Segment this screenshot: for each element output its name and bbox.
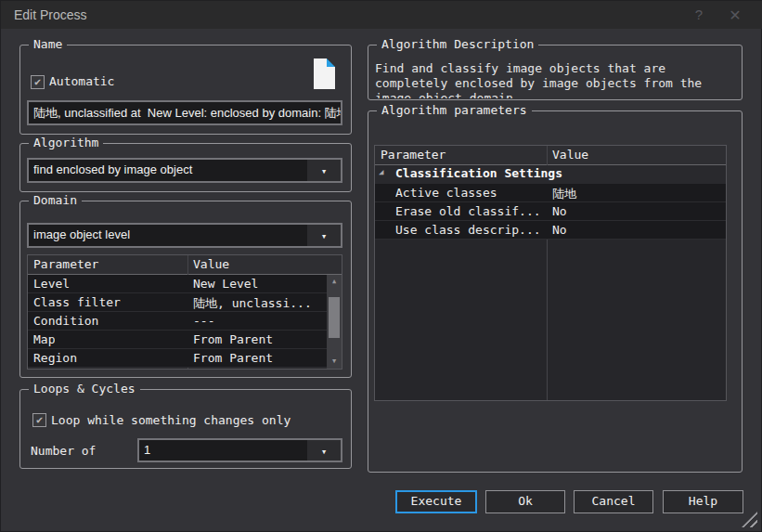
domain-select[interactable]: image object level ▼ [27, 223, 342, 248]
table-row[interactable]: Erase old classif... No [375, 202, 726, 221]
description-group-label: Algorithm Description [377, 37, 538, 52]
number-of-value: 1 [144, 440, 305, 461]
algorithm-description-text: Find and classify image objects that are… [375, 61, 737, 98]
vertical-scrollbar[interactable]: ▲ ▼ [327, 275, 342, 369]
table-row[interactable]: Active classes 陆地 [375, 184, 726, 202]
column-divider[interactable] [547, 240, 548, 400]
parameters-group-label: Algorithm parameters [377, 103, 532, 118]
chevron-down-icon[interactable]: ▼ [307, 440, 341, 461]
check-icon: ✔ [34, 75, 41, 88]
process-name-input[interactable]: 陆地, unclassified at New Level: enclosed … [27, 100, 342, 125]
resize-grip[interactable] [742, 512, 757, 527]
domain-selected-value: image object level [33, 225, 305, 246]
new-document-icon[interactable] [314, 58, 335, 89]
parameters-header-parameter: Parameter [381, 148, 446, 162]
dialog-title: Edit Process [14, 7, 87, 22]
help-icon[interactable]: ? [689, 6, 709, 25]
domain-header-value: Value [193, 257, 229, 271]
scrollbar-thumb[interactable] [329, 297, 340, 338]
section-label: Classification Settings [395, 166, 562, 180]
parameters-table-header: Parameter Value [375, 146, 726, 165]
check-icon: ✔ [36, 413, 43, 426]
table-row[interactable]: Use class descrip... No [375, 221, 726, 240]
column-divider[interactable] [547, 146, 548, 165]
table-row[interactable]: Level New Level [28, 275, 327, 293]
section-row-classification-settings[interactable]: ◢ Classification Settings [375, 165, 726, 184]
parameters-header-value: Value [552, 148, 588, 162]
domain-group-label: Domain [29, 193, 82, 208]
title-bar[interactable]: Edit Process ? ✕ [1, 1, 762, 29]
loops-group-label: Loops & Cycles [29, 382, 140, 396]
expand-triangle-icon[interactable]: ◢ [379, 167, 383, 176]
algorithm-select[interactable]: find enclosed by image object ▼ [27, 158, 342, 183]
cancel-button[interactable]: Cancel [574, 490, 653, 513]
domain-table-header: Parameter Value [28, 255, 342, 275]
table-row[interactable]: Condition --- [28, 312, 327, 331]
scroll-down-icon[interactable]: ▼ [327, 355, 342, 369]
table-row[interactable]: Class filter 陆地, unclassi... [28, 293, 327, 312]
edit-process-dialog: Edit Process ? ✕ Name ✔ Automatic 陆地, un… [0, 0, 762, 532]
number-of-select[interactable]: 1 ▼ [137, 438, 342, 462]
help-button[interactable]: Help [663, 490, 743, 513]
loop-while-checkbox[interactable]: ✔ [32, 413, 46, 427]
algorithm-selected-value: find enclosed by image object [33, 160, 305, 181]
scroll-up-icon[interactable]: ▲ [327, 275, 342, 289]
ok-button[interactable]: Ok [485, 490, 565, 513]
algorithm-group-label: Algorithm [29, 136, 103, 150]
close-icon[interactable]: ✕ [725, 6, 745, 25]
loop-while-label: Loop while something changes only [51, 413, 291, 427]
number-of-label: Number of [31, 444, 96, 458]
chevron-down-icon[interactable]: ▼ [307, 225, 341, 246]
table-row[interactable]: Region From Parent [28, 349, 327, 368]
algorithm-parameter-table: Parameter Value ◢ Classification Setting… [374, 145, 727, 401]
table-row[interactable]: Map From Parent [28, 331, 327, 349]
chevron-down-icon[interactable]: ▼ [307, 160, 341, 181]
domain-header-parameter: Parameter [33, 257, 98, 271]
automatic-checkbox[interactable]: ✔ [31, 75, 45, 89]
domain-parameter-table: Parameter Value Level New Level Class fi… [27, 254, 342, 370]
name-group-label: Name [29, 37, 67, 52]
automatic-label: Automatic [49, 74, 114, 88]
execute-button[interactable]: Execute [395, 490, 477, 513]
